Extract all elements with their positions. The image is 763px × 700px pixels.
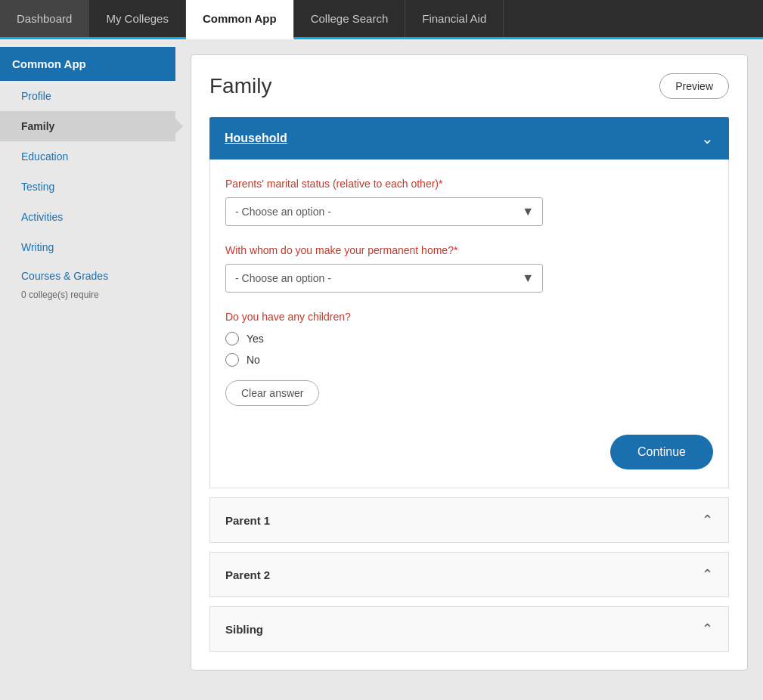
children-no-label: No (247, 354, 260, 366)
sidebar-item-family[interactable]: Family (0, 111, 175, 141)
sidebar-header: Common App (0, 47, 175, 81)
household-section-link[interactable]: Household (225, 132, 287, 145)
sibling-section: Sibling ⌃ (209, 606, 729, 652)
parent1-chevron-up-icon: ⌃ (702, 512, 713, 528)
sibling-header[interactable]: Sibling ⌃ (210, 607, 728, 651)
parent2-header[interactable]: Parent 2 ⌃ (210, 553, 728, 596)
continue-button[interactable]: Continue (610, 435, 713, 469)
nav-item-common-app[interactable]: Common App (186, 0, 294, 39)
household-section-header[interactable]: Household ⌄ (209, 117, 729, 160)
clear-answer-button[interactable]: Clear answer (225, 380, 319, 406)
children-question: Do you have any children? (225, 311, 713, 323)
sidebar-item-education[interactable]: Education (0, 141, 175, 172)
page-title-row: Family Preview (209, 73, 729, 99)
main-layout: Common App Profile Family Education Test… (0, 39, 763, 698)
marital-status-select-wrapper: - Choose an option - Married Divorced Se… (225, 197, 543, 226)
top-nav: Dashboard My Colleges Common App College… (0, 0, 763, 39)
sidebar: Common App Profile Family Education Test… (0, 39, 175, 698)
children-field: Do you have any children? Yes No Clear a… (225, 311, 713, 406)
parent1-title: Parent 1 (225, 514, 270, 527)
parent1-section: Parent 1 ⌃ (209, 497, 729, 543)
sidebar-item-courses[interactable]: Courses & Grades (0, 262, 175, 290)
children-yes-radio[interactable] (225, 332, 239, 345)
parent2-section: Parent 2 ⌃ (209, 552, 729, 597)
sidebar-item-profile[interactable]: Profile (0, 81, 175, 111)
sibling-title: Sibling (225, 623, 263, 636)
page-title: Family (209, 74, 271, 98)
nav-item-financial-aid[interactable]: Financial Aid (405, 0, 504, 37)
children-no-option[interactable]: No (225, 353, 713, 367)
continue-btn-row: Continue (225, 427, 713, 469)
parent2-chevron-up-icon: ⌃ (702, 566, 713, 583)
children-yes-option[interactable]: Yes (225, 332, 713, 345)
marital-status-label: Parents' marital status (relative to eac… (225, 178, 713, 190)
permanent-home-select-wrapper: - Choose an option - Mother and Father M… (225, 264, 543, 293)
content-card: Family Preview Household ⌄ Parents' mari… (191, 54, 748, 671)
content-area: Family Preview Household ⌄ Parents' mari… (175, 39, 763, 698)
sidebar-item-activities[interactable]: Activities (0, 202, 175, 232)
marital-status-field: Parents' marital status (relative to eac… (225, 178, 713, 226)
permanent-home-label: With whom do you make your permanent hom… (225, 244, 713, 256)
household-form: Parents' marital status (relative to eac… (209, 160, 729, 488)
permanent-home-select[interactable]: - Choose an option - Mother and Father M… (225, 264, 543, 293)
children-yes-label: Yes (247, 333, 264, 345)
nav-item-college-search[interactable]: College Search (294, 0, 406, 37)
household-chevron-down-icon: ⌄ (701, 129, 714, 147)
permanent-home-field: With whom do you make your permanent hom… (225, 244, 713, 293)
sidebar-item-testing[interactable]: Testing (0, 172, 175, 202)
nav-item-my-colleges[interactable]: My Colleges (89, 0, 186, 37)
marital-status-select[interactable]: - Choose an option - Married Divorced Se… (225, 197, 543, 226)
sibling-chevron-up-icon: ⌃ (702, 621, 713, 637)
sidebar-item-writing[interactable]: Writing (0, 232, 175, 262)
parent1-header[interactable]: Parent 1 ⌃ (210, 498, 728, 542)
parent2-title: Parent 2 (225, 568, 270, 581)
sidebar-courses-sub: 0 college(s) require (0, 290, 175, 306)
household-section: Household ⌄ Parents' marital status (rel… (209, 117, 729, 488)
preview-button[interactable]: Preview (659, 73, 729, 99)
nav-item-dashboard[interactable]: Dashboard (0, 0, 89, 37)
children-no-radio[interactable] (225, 353, 239, 367)
